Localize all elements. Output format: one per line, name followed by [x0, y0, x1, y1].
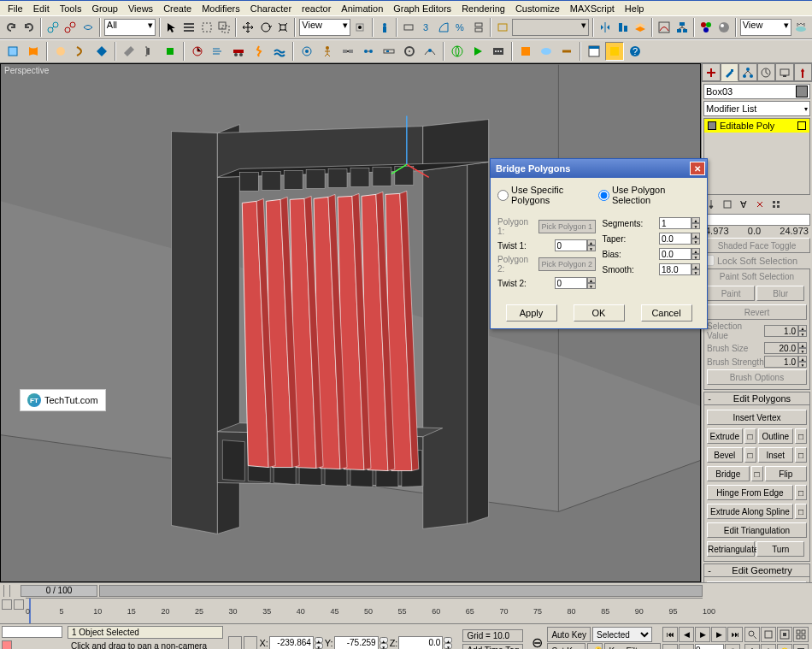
next-frame-btn[interactable]: ▶ [711, 627, 727, 642]
select-region-btn[interactable] [199, 18, 215, 37]
curve-icon[interactable] [14, 599, 24, 610]
spinner-up[interactable]: ▲ [798, 325, 807, 331]
brush-size-input[interactable] [764, 342, 798, 354]
spinner-down[interactable]: ▼ [691, 269, 700, 275]
rotate-btn[interactable] [258, 18, 274, 37]
named-selection-set[interactable]: ▾ [512, 19, 589, 36]
spinner-down[interactable]: ▼ [444, 643, 452, 649]
track-view-icon[interactable] [2, 599, 12, 610]
maxscript-input[interactable] [2, 626, 62, 638]
time-slider[interactable]: 0 / 100 [21, 585, 97, 597]
rope-collection-btn[interactable] [72, 42, 91, 61]
render-type[interactable]: View ▾ [740, 19, 791, 36]
utilities-tab[interactable] [794, 63, 813, 81]
select-btn[interactable] [164, 18, 179, 37]
pick-polygon1-btn[interactable]: Pick Polygon 1 [538, 220, 595, 233]
zoom-all-btn[interactable] [761, 627, 776, 642]
create-tab[interactable] [702, 63, 721, 81]
bridge-settings-btn[interactable]: □ [751, 466, 763, 481]
time-track[interactable] [99, 585, 703, 597]
y-coord-input[interactable] [334, 636, 379, 650]
goto-end-btn[interactable]: ⏭ [727, 627, 743, 642]
remove-mod-btn[interactable] [752, 197, 768, 212]
spring-btn[interactable] [140, 42, 159, 61]
twist1-input[interactable] [555, 239, 587, 251]
edit-tri-btn[interactable]: Edit Triangulation [707, 522, 807, 538]
outline-btn[interactable]: Outline [758, 428, 794, 444]
brush-strength-input[interactable] [764, 356, 798, 368]
z-coord-input[interactable] [398, 636, 443, 650]
spinner-down[interactable]: ▼ [380, 643, 388, 649]
prismatic-btn[interactable] [380, 42, 398, 61]
segments-input[interactable] [659, 217, 691, 229]
time-config-btn[interactable]: ⊞ [679, 644, 694, 650]
constraint-solver-btn[interactable] [297, 42, 316, 61]
pan-btn[interactable] [761, 644, 776, 650]
absolute-relative-icon[interactable] [244, 636, 257, 650]
spinner-up[interactable]: ▲ [691, 248, 700, 254]
apply-button[interactable]: Apply [506, 304, 557, 322]
menu-animation[interactable]: Animation [337, 3, 387, 15]
fracture-btn[interactable] [250, 42, 268, 61]
spinner-up[interactable]: ▲ [315, 637, 323, 643]
extrude-btn[interactable]: Extrude [707, 428, 743, 444]
hinge-btn[interactable]: Hinge From Edge [707, 485, 793, 500]
named-selection-btn[interactable] [495, 18, 510, 37]
material-editor-btn[interactable] [698, 18, 714, 37]
dm-collection-btn[interactable] [92, 42, 111, 61]
radio-specific[interactable]: Use Specific Polygons [497, 185, 598, 205]
spinner-down[interactable]: ▼ [691, 239, 700, 245]
spinner-down[interactable]: ▼ [587, 245, 596, 251]
curve-editor-btn[interactable] [656, 18, 672, 37]
fov-btn[interactable] [744, 644, 760, 650]
motion-tab[interactable] [757, 63, 776, 81]
scale-btn[interactable] [275, 18, 291, 37]
undo-btn[interactable] [3, 18, 19, 37]
color-swatch-icon[interactable] [796, 86, 808, 97]
make-unique-btn[interactable]: ∀ [736, 197, 751, 212]
snap-toggle-btn[interactable]: 3 [418, 18, 433, 37]
dialog-titlebar[interactable]: Bridge Polygons ✕ [491, 159, 707, 178]
taper-input[interactable] [659, 233, 691, 245]
repeat-last-btn[interactable]: Repeat Last [707, 581, 807, 582]
modifier-expand-icon[interactable] [708, 121, 716, 130]
lock-selection-icon[interactable] [228, 636, 242, 650]
bind-spacewarp-btn[interactable] [79, 18, 95, 37]
create-anim-btn[interactable] [489, 42, 508, 61]
goto-start-btn[interactable]: ⏮ [662, 627, 678, 642]
water-btn[interactable] [270, 42, 289, 61]
move-btn[interactable] [240, 18, 256, 37]
hinge-settings-btn[interactable]: □ [795, 485, 807, 500]
object-name-field[interactable]: Box03 [703, 84, 810, 99]
shaded-face-toggle-btn[interactable]: Shaded Face Toggle [703, 238, 810, 253]
frame-input[interactable] [695, 644, 724, 650]
menu-help[interactable]: Help [621, 3, 649, 15]
unlink-btn[interactable] [62, 18, 78, 37]
display-tab[interactable] [775, 63, 794, 81]
bevel-btn[interactable]: Bevel [707, 447, 743, 463]
prev-frame-btn[interactable]: ◀ [679, 627, 694, 642]
ruler-track[interactable]: 0510152025303540455055606570758085909510… [26, 598, 703, 623]
radio-selection[interactable]: Use Polygon Selection [598, 185, 700, 205]
motor-btn[interactable] [188, 42, 207, 61]
add-time-tag-btn[interactable]: Add Time Tag [462, 644, 523, 650]
modify-tab[interactable] [721, 63, 739, 81]
zoom-extents-btn[interactable] [777, 627, 792, 642]
lock-soft-checkbox[interactable]: Lock Soft Selection [703, 255, 810, 266]
apply-sb-btn[interactable] [537, 42, 556, 61]
bevel-settings-btn[interactable]: □ [744, 447, 756, 463]
auto-key-btn[interactable]: Auto Key [547, 627, 591, 642]
spinner-up[interactable]: ▲ [691, 263, 700, 269]
select-by-name-btn[interactable] [181, 18, 197, 37]
apply-cloth-btn[interactable] [516, 42, 535, 61]
smooth-input[interactable] [659, 263, 691, 275]
menu-views[interactable]: Views [124, 3, 157, 15]
edit-polygons-rollout[interactable]: -Edit Polygons [703, 392, 810, 405]
menu-create[interactable]: Create [159, 3, 196, 15]
modifier-editable-poly[interactable]: Editable Poly [704, 119, 809, 133]
menu-rendering[interactable]: Rendering [457, 3, 509, 15]
keyboard-shortcut-btn[interactable] [401, 18, 416, 37]
menu-maxscript[interactable]: MAXScript [566, 3, 619, 15]
cancel-button[interactable]: Cancel [641, 304, 692, 322]
menu-modifiers[interactable]: Modifiers [197, 3, 244, 15]
